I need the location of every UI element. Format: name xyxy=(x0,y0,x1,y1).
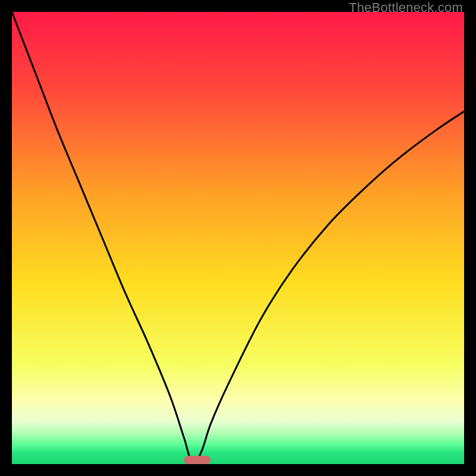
baseline-marker xyxy=(184,456,211,464)
gradient-background xyxy=(12,12,464,464)
watermark-text: TheBottleneck.com xyxy=(349,0,463,15)
bottleneck-chart xyxy=(12,12,464,464)
plot-frame xyxy=(12,12,464,464)
